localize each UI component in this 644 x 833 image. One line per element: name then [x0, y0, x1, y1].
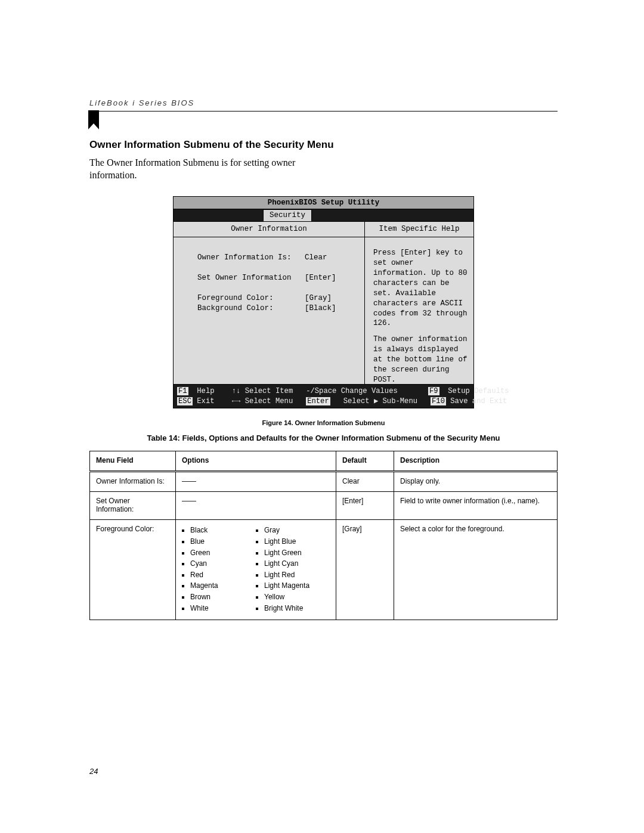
options-cell: Black Blue Green Cyan Red Magenta Brown … — [176, 520, 336, 620]
th-default: Default — [336, 451, 394, 472]
bios-help-text: Press [Enter] key to set owner informati… — [365, 237, 473, 391]
bios-left-heading: Owner Information — [174, 222, 364, 237]
svg-marker-0 — [88, 110, 99, 129]
pennant-icon — [88, 110, 99, 131]
figure-caption: Figure 14. Owner Information Submenu — [89, 419, 558, 426]
bios-fields: Owner Information Is: Clear Set Owner In… — [174, 237, 364, 319]
document-page: LifeBook i Series BIOS Owner Information… — [0, 0, 644, 833]
fields-table: Menu Field Options Default Description O… — [89, 451, 558, 620]
bios-row-set-owner[interactable]: Set Owner Information [Enter] — [197, 273, 358, 283]
th-options: Options — [176, 451, 336, 472]
section-intro: The Owner Information Submenu is for set… — [89, 157, 340, 182]
bios-menubar: Security — [174, 209, 473, 222]
running-header: LifeBook i Series BIOS — [89, 98, 558, 112]
bios-figure: PhoenixBIOS Setup Utility Security Owner… — [173, 196, 474, 409]
bios-row-foreground[interactable]: Foreground Color: [Gray] — [197, 293, 358, 304]
table-row: Owner Information Is: —— Clear Display o… — [90, 472, 558, 492]
bios-help-heading: Item Specific Help — [365, 222, 473, 237]
page-number: 24 — [89, 767, 98, 776]
th-description: Description — [394, 451, 558, 472]
bios-title: PhoenixBIOS Setup Utility — [174, 197, 473, 210]
table-row: Set Owner Information: —— [Enter] Field … — [90, 492, 558, 520]
th-menu-field: Menu Field — [90, 451, 176, 472]
table-caption: Table 14: Fields, Options and Defaults f… — [89, 433, 558, 442]
section-heading: Owner Information Submenu of the Securit… — [89, 139, 558, 151]
bios-row-owner-info: Owner Information Is: Clear — [197, 253, 358, 263]
bios-tab-security[interactable]: Security — [263, 209, 312, 221]
bios-footer: F1 Help ↑↓ Select Item -/Space Change Va… — [173, 385, 474, 408]
bios-row-background[interactable]: Background Color: [Black] — [197, 304, 358, 314]
table-row: Foreground Color: Black Blue Green Cyan … — [90, 520, 558, 620]
